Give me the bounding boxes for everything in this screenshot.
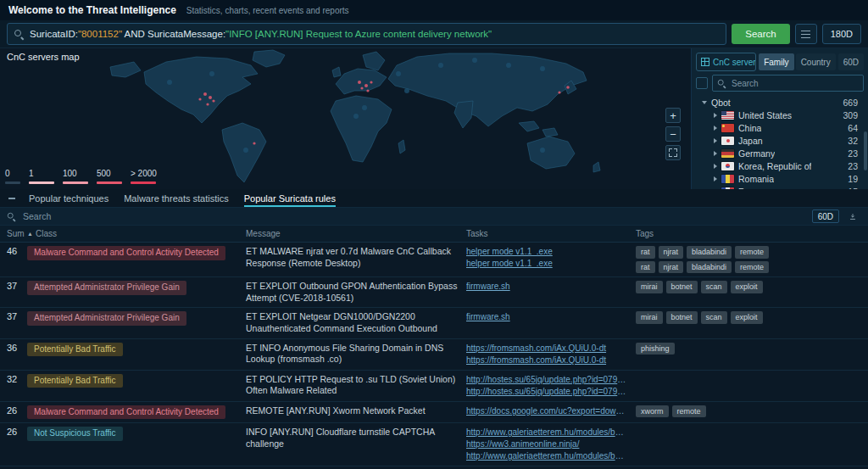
task-link[interactable]: helper mode v1.1_.exe [466,258,627,270]
tag[interactable]: botnet [666,281,698,293]
class-cell: Attempted Administrator Privilege Gain [27,308,246,329]
query-part: "8001152" [78,29,122,39]
query-part: "INFO [ANY.RUN] Request to Azure content… [225,29,492,39]
zoom-out-button[interactable]: − [665,126,681,142]
task-link[interactable]: https://docs.google.com/uc?export=downlo… [466,405,627,417]
tag[interactable]: exploit [731,281,763,293]
section-tabs-row: Popular techniquesMalware threats statis… [0,189,868,208]
tag[interactable]: bladabindi [687,261,732,274]
side-tab-country[interactable]: Country [796,53,836,70]
rule-message: ET EXPLOIT Netgear DGN1000/DGN2200 Unaut… [246,308,466,338]
task-link[interactable]: http://www.galeriaetterem.hu/modules/bab… [466,450,627,462]
family-row[interactable]: Qbot 669 [692,96,868,109]
legend-label: > 2000 [131,169,157,178]
cnc-world-map[interactable]: CnC servers map [0,48,691,189]
saved-queries-button[interactable] [795,24,817,44]
tag[interactable]: njrat [659,261,684,274]
fullscreen-button[interactable] [665,145,681,160]
task-link[interactable]: https://ww3.animeonline.ninja/ [466,438,627,450]
country-row[interactable]: Japan32 [692,134,868,147]
tab-popular-suricata-rules[interactable]: Popular Suricata rules [244,189,336,207]
tag[interactable]: bladabindi [687,246,732,259]
fullscreen-icon [669,148,677,157]
country-row[interactable]: Germany23 [692,147,868,159]
class-badge[interactable]: Malware Command and Control Activity Det… [27,405,225,420]
tag[interactable]: mirai [636,281,663,293]
panel-search-field[interactable] [730,78,859,89]
collapse-icon[interactable] [8,198,15,199]
column-header-message[interactable]: Message [246,226,466,242]
task-link[interactable]: http://hostes.su/65jq/update.php?id=0791… [466,374,627,386]
cnc-section: CnC servers map [0,48,868,189]
task-link[interactable]: helper mode v1.1_.exe [466,246,627,258]
column-header-class[interactable]: ▲Class [27,226,246,242]
panel-search-input[interactable] [712,75,864,92]
panel-period-60d-button[interactable]: 60D [838,53,864,70]
zoom-in-button[interactable]: + [665,108,681,123]
tag[interactable]: scan [701,281,727,293]
country-row[interactable]: France15 [692,185,868,189]
tasks-cell: helper mode v1.1_.exehelper mode v1.1_.e… [466,243,636,273]
search-input[interactable]: SuricataID:"8001152" AND SuricataMessage… [7,23,726,45]
column-header-tasks[interactable]: Tasks [466,226,636,242]
country-row[interactable]: Romania19 [692,172,868,185]
tag[interactable]: rat [636,246,655,259]
class-cell: Potentially Bad Traffic [27,339,246,360]
country-row[interactable]: China64 [692,121,868,134]
task-link[interactable]: firmware.sh [466,311,627,323]
table-body: 46Malware Command and Control Activity D… [0,243,868,469]
class-cell: Malware Command and Control Activity Det… [27,402,246,423]
rule-message: ET POLICY HTTP Request to .su TLD (Sovie… [246,371,466,400]
tag[interactable]: remote [672,405,706,418]
flag-canton [721,111,726,115]
task-link[interactable]: http://www.galeriaetterem.hu/modules/bab… [466,427,627,438]
tab-popular-techniques[interactable]: Popular techniques [29,189,108,207]
class-badge[interactable]: Potentially Bad Traffic [27,343,123,357]
map-type-select[interactable]: CnC servers map [696,53,756,71]
table-row: 32Potentially Bad TrafficET POLICY HTTP … [0,371,868,402]
rule-message: ET MALWARE njrat ver 0.7d Malware CnC Ca… [246,243,466,272]
tag[interactable]: scan [701,311,727,324]
cnc-servers-panel: CnC servers map FamilyCountry 60D Qbot 6… [691,48,868,189]
table-row: 37Attempted Administrator Privilege Gain… [0,308,868,338]
tag[interactable]: remote [735,261,769,274]
tag[interactable]: rat [636,261,655,274]
sort-asc-icon: ▲ [27,231,33,237]
class-badge[interactable]: Attempted Administrator Privilege Gain [27,281,186,295]
task-link[interactable]: https://fromsmash.com/iAx.QUiU.0-dt [466,355,627,366]
country-count: 64 [848,123,858,133]
table-row: 46Malware Command and Control Activity D… [0,243,868,277]
class-badge[interactable]: Attempted Administrator Privilege Gain [27,311,186,326]
country-name: United States [738,110,792,120]
period-180d-button[interactable]: 180D [822,24,861,44]
class-badge[interactable]: Malware Command and Control Activity Det… [27,246,225,260]
country-name: Germany [738,148,775,159]
tags-cell: ratnjratbladabindiremoteratnjratbladabin… [636,243,868,276]
country-row[interactable]: United States309 [692,109,868,121]
table-period-60d-button[interactable]: 60D [812,209,839,223]
checkbox-icon[interactable] [696,77,708,89]
country-row[interactable]: Korea, Republic of23 [692,159,868,172]
tag[interactable]: botnet [666,311,698,324]
scrollbar-thumb[interactable] [864,131,867,170]
side-tab-family[interactable]: Family [759,53,793,70]
tag[interactable]: remote [735,246,769,259]
tag[interactable]: njrat [659,246,684,259]
tag[interactable]: xworm [636,405,669,418]
task-link[interactable]: https://fromsmash.com/iAx.QUiU.0-dt [466,343,627,355]
class-badge[interactable]: Potentially Bad Traffic [27,374,123,388]
class-badge[interactable]: Not Suspicious Traffic [27,427,123,441]
column-header-tags[interactable]: Tags [636,226,868,242]
table-search-input[interactable] [21,210,807,222]
column-header-sum[interactable]: Sum [0,226,27,242]
task-link[interactable]: http://hostes.su/65jq/update.php?id=0791… [466,386,627,398]
tag[interactable]: exploit [731,311,763,324]
task-link[interactable]: firmware.sh [466,281,627,293]
tag[interactable]: phishing [636,343,675,355]
search-icon [718,79,726,87]
search-button[interactable]: Search [732,24,789,44]
panel-search-row [692,75,868,96]
tab-malware-threats-statistics[interactable]: Malware threats statistics [124,189,228,207]
download-button[interactable] [844,209,861,223]
tag[interactable]: mirai [636,311,663,324]
